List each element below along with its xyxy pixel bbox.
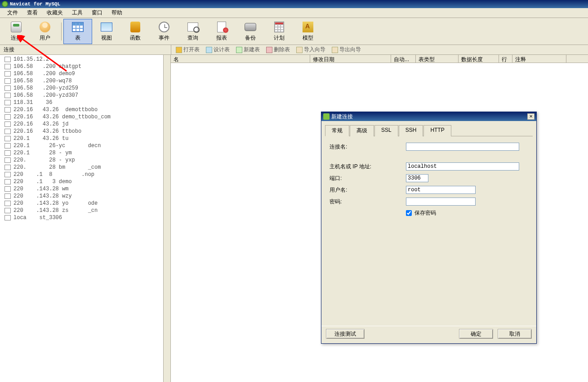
connection-tree-item[interactable]: 106.58 .200-wq78	[0, 77, 170, 85]
connection-item-label: 220 .143.28 zs _cn	[13, 207, 98, 214]
username-label: 用户名:	[330, 186, 406, 194]
toolbar-model-button[interactable]: 模型	[294, 19, 322, 44]
connection-item-icon	[4, 114, 11, 120]
sidebar-scrollbar[interactable]	[163, 55, 170, 382]
connection-item-label: 220.16 43.26 ttbobo	[13, 128, 81, 135]
open-table-icon	[176, 47, 182, 53]
dialog-close-button[interactable]: ✕	[527, 113, 535, 120]
toolbar-function-button[interactable]: 函数	[121, 19, 150, 44]
port-input[interactable]	[406, 174, 428, 182]
host-input[interactable]	[406, 162, 519, 171]
connection-tree-item[interactable]: 220 .1 8 .nop	[0, 171, 170, 178]
connection-tree-item[interactable]: 220.16 43.26 ttbobo	[0, 128, 170, 135]
connection-item-icon	[4, 172, 11, 177]
toolbar-backup-button[interactable]: 备份	[236, 19, 265, 44]
connection-item-icon	[4, 165, 11, 170]
connection-tree-item[interactable]: 220 .143.28 wm	[0, 185, 170, 193]
event-icon	[159, 22, 169, 32]
connection-tree-item[interactable]: 220.1 43.26 tu	[0, 135, 170, 142]
table-icon	[72, 22, 84, 32]
toolbar-event-button[interactable]: 事件	[150, 19, 178, 44]
connection-item-label: 220. 28 - yxp	[13, 157, 75, 163]
connection-item-label: 220.16 43.26 jd	[13, 121, 68, 127]
toolbar-user-button[interactable]: 用户	[31, 19, 59, 44]
connection-tree-item[interactable]: 220 .143.28 yo ode	[0, 200, 170, 207]
username-input[interactable]	[406, 186, 476, 194]
connection-tree-item[interactable]: 220.1 26-yc decn	[0, 142, 170, 149]
connection-tree-item[interactable]: 220 .143.28 zs _cn	[0, 207, 170, 214]
tab-ssl[interactable]: SSL	[374, 125, 398, 136]
menu-view[interactable]: 查看	[22, 8, 42, 18]
export-wizard-button[interactable]: 导出向导	[329, 46, 364, 54]
toolbar-report-button[interactable]: 报表	[207, 19, 236, 44]
toolbar-query-button[interactable]: 查询	[178, 19, 207, 44]
connection-tree-panel: 101.35.12.2 106.58 .200 chatgpt106.58 .2…	[0, 55, 171, 382]
column-header-cell[interactable]: 修改日期	[310, 55, 391, 63]
connection-item-label: 106.58 .200 chatgpt	[13, 63, 81, 70]
user-icon	[40, 22, 50, 32]
connection-item-label: 220 .143.28 wm	[13, 186, 68, 192]
password-input[interactable]	[406, 198, 476, 206]
connection-tree-item[interactable]: 106.58 .200-yzd259	[0, 85, 170, 92]
tab-advanced[interactable]: 高级	[350, 125, 374, 136]
connection-tree-item[interactable]: 106.58 .200 demo9	[0, 70, 170, 77]
connection-tree-item[interactable]: 220.16 43.26 demo_ttbobo_com	[0, 113, 170, 121]
title-bar: Navicat for MySQL	[0, 0, 588, 8]
column-header-cell[interactable]: 自动...	[391, 55, 416, 63]
toolbar-schedule-button[interactable]: 计划	[265, 19, 294, 44]
design-table-button[interactable]: 设计表	[203, 46, 232, 54]
connection-tree-item[interactable]: 220.16 43.26 jd	[0, 121, 170, 128]
menu-tools[interactable]: 工具	[67, 8, 87, 18]
connection-item-icon	[4, 157, 11, 163]
port-label: 端口:	[330, 175, 406, 182]
connection-tree-item[interactable]: 220.16 43.26 demottbobo	[0, 106, 170, 113]
connection-tree-item[interactable]: 118.31 36	[0, 99, 170, 106]
cancel-button[interactable]: 取消	[498, 329, 532, 339]
toolbar-table-button[interactable]: 表	[63, 19, 92, 44]
menu-file[interactable]: 文件	[3, 8, 22, 18]
delete-table-button[interactable]: 删除表	[263, 46, 293, 54]
delete-table-icon	[266, 47, 272, 53]
table-actions-bar: 打开表 设计表 新建表 删除表 导入向导 导出向导	[171, 45, 588, 55]
tab-http[interactable]: HTTP	[423, 125, 451, 136]
menu-window[interactable]: 窗口	[87, 8, 107, 18]
export-icon	[332, 47, 338, 53]
connection-item-label: 220. 28 bm _com	[13, 164, 101, 171]
connection-tree-item[interactable]: 220 .1 3 demo	[0, 178, 170, 185]
save-password-checkbox[interactable]	[406, 210, 412, 216]
connection-tree-item[interactable]: 220.1 28 - ym	[0, 149, 170, 157]
tab-general[interactable]: 常规	[325, 125, 349, 136]
new-table-button[interactable]: 新建表	[233, 46, 263, 54]
column-header-cell[interactable]: 注释	[512, 55, 566, 63]
connection-item-label: 220.16 43.26 demo_ttbobo_com	[13, 114, 111, 120]
dialog-icon	[323, 113, 330, 120]
design-table-icon	[206, 47, 212, 53]
column-header-cell[interactable]: 行	[499, 55, 512, 63]
connection-tree-item[interactable]: loca st_3306	[0, 214, 170, 221]
connection-tree-item[interactable]: 106.58 .200 chatgpt	[0, 63, 170, 70]
column-header-cell[interactable]: 数据长度	[459, 55, 499, 63]
menu-help[interactable]: 帮助	[107, 8, 127, 18]
menu-fav[interactable]: 收藏夹	[42, 8, 67, 18]
connection-tree-item[interactable]: 220. 28 bm _com	[0, 164, 170, 171]
toolbar-connection-button[interactable]: 连接	[2, 19, 31, 44]
test-connection-button[interactable]: 连接测试	[326, 329, 365, 339]
connection-item-label: 101.35.12.2	[13, 56, 56, 63]
schedule-icon	[274, 22, 284, 32]
new-table-icon	[236, 47, 242, 53]
connection-tree-item[interactable]: 106.58 .200-yzd307	[0, 92, 170, 99]
ok-button[interactable]: 确定	[459, 329, 493, 339]
connection-name-input[interactable]	[406, 143, 519, 151]
dialog-titlebar[interactable]: 新建连接 ✕	[321, 112, 536, 121]
tab-ssh[interactable]: SSH	[399, 125, 423, 136]
import-wizard-button[interactable]: 导入向导	[294, 46, 328, 54]
connection-tree-item[interactable]: 220 .143.28 wzy	[0, 193, 170, 200]
column-header-cell[interactable]: 表类型	[416, 55, 459, 63]
connection-tree-item[interactable]: 101.35.12.2	[0, 56, 170, 63]
connection-name-label: 连接名:	[330, 143, 406, 151]
app-title: Navicat for MySQL	[10, 1, 60, 7]
connection-tree-item[interactable]: 220. 28 - yxp	[0, 157, 170, 164]
toolbar-view-button[interactable]: 视图	[92, 19, 121, 44]
open-table-button[interactable]: 打开表	[173, 46, 202, 54]
column-header-cell[interactable]: 名	[171, 55, 310, 63]
